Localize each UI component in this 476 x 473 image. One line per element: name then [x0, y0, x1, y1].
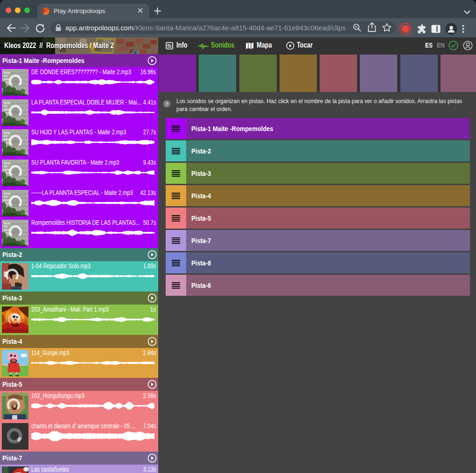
svg-text:PE: PE	[4, 75, 7, 77]
svg-text:PE: PE	[4, 165, 7, 168]
svg-text:PE: PE	[4, 195, 7, 198]
svg-text:PE: PE	[4, 135, 7, 138]
svg-text:ROM: ROM	[4, 192, 10, 195]
svg-text:ROM: ROM	[4, 132, 10, 134]
svg-text:?: ?	[165, 101, 168, 107]
svg-text:ROM: ROM	[4, 102, 10, 104]
svg-text:ROM: ROM	[4, 162, 10, 165]
svg-text:ROM: ROM	[4, 222, 10, 225]
svg-text:PE: PE	[4, 105, 7, 108]
svg-text:ROM: ROM	[4, 71, 10, 74]
svg-text:PE: PE	[4, 225, 7, 228]
